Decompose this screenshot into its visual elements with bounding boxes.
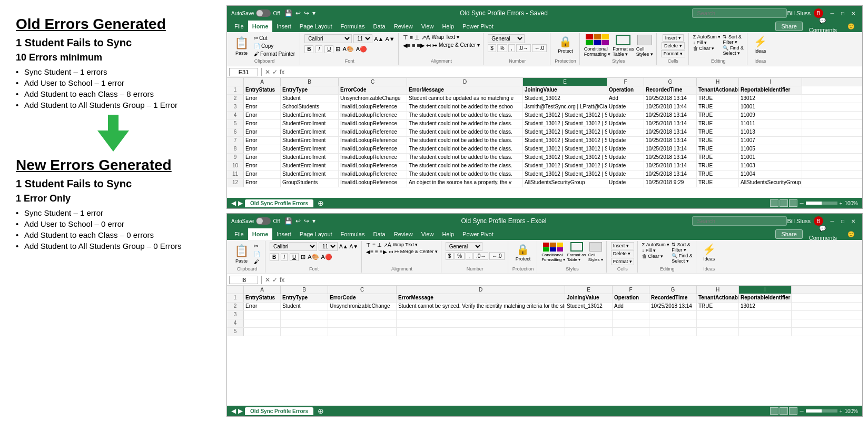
cell-reference-input[interactable] (229, 68, 258, 76)
table-cell[interactable] (281, 328, 328, 336)
align-top-2[interactable]: ⊤ (366, 242, 371, 248)
table-cell[interactable]: 11011 (739, 120, 802, 128)
table-cell[interactable]: SchoolStudents (281, 103, 339, 111)
indent-increase-button[interactable]: ↦ (432, 42, 437, 49)
number-format-select-2[interactable]: General (446, 242, 482, 251)
increase-font-button[interactable]: A▲ (374, 36, 383, 42)
inc-decimal-2[interactable]: .0→ (474, 252, 488, 260)
table-cell[interactable]: 10/25/2018 13:14 (644, 95, 697, 103)
table-cell[interactable]: RecordedTime (644, 86, 697, 94)
align-bot-2[interactable]: ⊥ (377, 242, 382, 248)
font-color-button[interactable]: A🔴 (356, 46, 367, 53)
menu-help-2[interactable]: Help (438, 228, 458, 240)
table-cell[interactable]: Error (244, 179, 281, 187)
table-cell[interactable]: ErrorCode (339, 86, 407, 94)
undo-icon-2[interactable]: ↩ (295, 217, 301, 225)
table-cell[interactable] (739, 319, 792, 327)
inc-font-2[interactable]: A▲ (339, 244, 348, 249)
align-right-2[interactable]: ≡▶ (380, 249, 387, 255)
format-painter-button[interactable]: 🖌 Format Painter (252, 51, 297, 57)
zoom-in-button[interactable]: + (840, 200, 843, 206)
zoom-out-button-2[interactable]: ─ (800, 408, 803, 414)
table-cell[interactable]: InvalidLookupReference (339, 120, 407, 128)
table-cell[interactable]: Error (244, 162, 281, 170)
table-cell[interactable] (613, 311, 649, 319)
table-cell[interactable]: Student_13012 | Student_13012 | Section_… (523, 145, 607, 153)
conditional-formatting-button[interactable]: ConditionalFormatting ▾ (584, 46, 611, 57)
table-cell[interactable]: Jsmith@TestSync.org | LPratt@Classrmtest… (523, 103, 607, 111)
add-sheet-button-2[interactable]: ⊕ (318, 407, 324, 415)
table-cell[interactable]: Error (244, 145, 281, 153)
table-cell[interactable]: Student (281, 303, 328, 310)
table-cell[interactable]: 13012 (739, 303, 792, 310)
clear-button[interactable]: 🗑 Clear ▾ (693, 46, 721, 51)
autosum-button[interactable]: Σ AutoSum ▾ (693, 34, 721, 39)
menu-formulas[interactable]: Formulas (337, 21, 369, 32)
table-cell[interactable]: 11007 (739, 137, 802, 145)
table-cell[interactable]: 11009 (739, 112, 802, 119)
border-button[interactable]: ⊞ (336, 46, 340, 53)
orientation-button[interactable]: ↗A (421, 34, 430, 41)
col-header-e2[interactable]: E (565, 286, 613, 294)
col-header-i2[interactable]: I (739, 286, 792, 294)
col-header-i[interactable]: I (739, 78, 802, 86)
table-cell[interactable]: Error (244, 137, 281, 145)
table-row[interactable]: 7ErrorStudentEnrollmentInvalidLookupRefe… (227, 137, 862, 145)
table-cell[interactable]: The student could not be added to the cl… (407, 162, 523, 170)
spreadsheet-rows-1[interactable]: 1EntryStatusEntryTypeErrorCodeErrorMessa… (227, 86, 862, 198)
table-cell[interactable]: Error (244, 112, 281, 119)
fill-color-button-2[interactable]: A🎨 (308, 254, 319, 260)
table-row[interactable]: 6ErrorStudentEnrollmentInvalidLookupRefe… (227, 128, 862, 137)
autosum-button-2[interactable]: Σ AutoSum ▾ (642, 242, 670, 247)
table-cell[interactable]: InvalidLookupReference (339, 128, 407, 136)
bold-button-2[interactable]: B (270, 253, 279, 261)
table-cell[interactable]: Update (607, 112, 644, 119)
table-cell[interactable]: JoiningValue (523, 86, 607, 94)
table-cell[interactable]: 11004 (739, 170, 802, 178)
page-break-view-button-2[interactable] (789, 407, 797, 415)
cancel-formula-icon-2[interactable]: ✕ (265, 276, 270, 284)
menu-view[interactable]: View (417, 21, 438, 32)
align-right-button[interactable]: ≡▶ (417, 42, 424, 49)
table-cell[interactable]: TRUE (697, 162, 739, 170)
share-button[interactable]: Share (775, 22, 802, 31)
table-cell[interactable] (244, 319, 281, 327)
table-cell[interactable]: StudentEnrollment (281, 137, 339, 145)
table-cell[interactable]: UnsynchronizableChange (339, 95, 407, 103)
table-cell[interactable] (649, 319, 697, 327)
menu-file-2[interactable]: File (230, 228, 248, 240)
redo-icon-2[interactable]: ↪ (304, 217, 309, 225)
menu-home-2[interactable]: Home (248, 228, 273, 240)
fill-button-2[interactable]: ↓ Fill ▾ (642, 248, 670, 253)
table-cell[interactable]: Error (244, 128, 281, 136)
table-cell[interactable]: Student_13012 (565, 303, 613, 310)
merge-center-button[interactable]: Merge & Center ▾ (439, 42, 480, 49)
page-layout-view-button[interactable] (780, 199, 788, 207)
bold-button[interactable]: B (304, 45, 313, 53)
table-cell[interactable]: The student could not be added to the cl… (407, 145, 523, 153)
table-cell[interactable]: Update (607, 145, 644, 153)
col-header-b[interactable]: B (281, 78, 339, 86)
table-cell[interactable]: Add (613, 303, 649, 310)
comma-button[interactable]: , (508, 44, 515, 52)
table-cell[interactable]: Student_13012 | Student_13012 | Section_… (523, 170, 607, 178)
table-cell[interactable]: 10/25/2018 13:14 (644, 170, 697, 178)
cut-button[interactable]: ✂ Cut (252, 35, 297, 42)
table-cell[interactable]: TRUE (697, 120, 739, 128)
table-cell[interactable]: StudentEnrollment (281, 154, 339, 162)
table-cell[interactable] (281, 311, 328, 319)
align-top-button[interactable]: ⊤ (403, 34, 408, 41)
format-button-2[interactable]: Format ▾ (611, 258, 634, 265)
table-cell[interactable]: Update (607, 154, 644, 162)
table-cell[interactable] (397, 319, 565, 327)
cell-styles-button[interactable]: CellStyles ▾ (636, 46, 653, 57)
insert-function-icon-2[interactable]: fx (280, 276, 284, 284)
cell-reference-input-2[interactable] (229, 276, 258, 284)
table-cell[interactable]: The student could not be added to the cl… (407, 154, 523, 162)
table-cell[interactable]: 11003 (739, 162, 802, 170)
table-cell[interactable]: An object in the source has a property, … (407, 179, 523, 187)
confirm-formula-icon-2[interactable]: ✓ (272, 276, 278, 284)
clear-button-2[interactable]: 🗑 Clear ▾ (642, 254, 670, 259)
search-input-2[interactable] (692, 216, 787, 226)
col-header-g[interactable]: G (644, 78, 697, 86)
